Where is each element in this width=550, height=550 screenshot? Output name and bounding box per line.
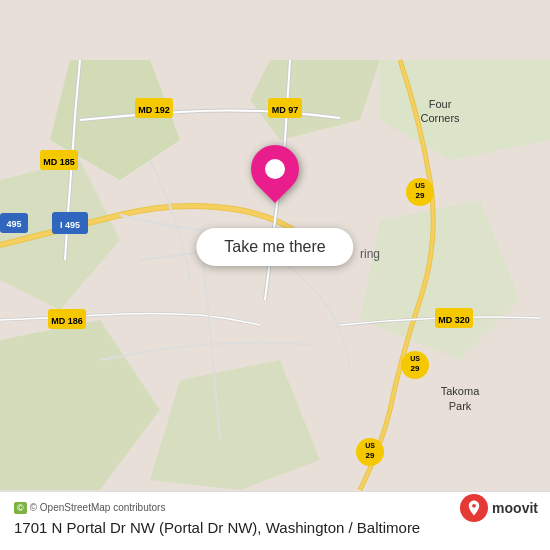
svg-text:Takoma: Takoma [441, 385, 480, 397]
svg-text:I 495: I 495 [60, 220, 80, 230]
map-background: I 495 495 MD 192 MD 185 MD 97 US 29 US 2… [0, 0, 550, 550]
svg-text:MD 186: MD 186 [51, 316, 83, 326]
address-text: 1701 N Portal Dr NW (Portal Dr NW), Wash… [14, 518, 536, 538]
svg-text:29: 29 [416, 191, 425, 200]
svg-text:495: 495 [6, 219, 21, 229]
svg-text:MD 97: MD 97 [272, 105, 299, 115]
moovit-logo: moovit [460, 494, 538, 522]
svg-text:Park: Park [449, 400, 472, 412]
moovit-text: moovit [492, 500, 538, 516]
map-container: I 495 495 MD 192 MD 185 MD 97 US 29 US 2… [0, 0, 550, 550]
svg-text:US: US [365, 442, 375, 449]
osm-credit: © © OpenStreetMap contributors [14, 502, 536, 514]
svg-text:Corners: Corners [420, 112, 460, 124]
svg-text:29: 29 [366, 451, 375, 460]
svg-text:MD 192: MD 192 [138, 105, 170, 115]
svg-text:ring: ring [360, 247, 380, 261]
svg-text:US: US [410, 355, 420, 362]
take-me-there-button[interactable]: Take me there [196, 228, 353, 266]
svg-text:MD 320: MD 320 [438, 315, 470, 325]
svg-text:29: 29 [411, 364, 420, 373]
moovit-icon [460, 494, 488, 522]
svg-text:Four: Four [429, 98, 452, 110]
svg-text:US: US [415, 182, 425, 189]
osm-credit-text: © OpenStreetMap contributors [30, 502, 166, 513]
svg-text:MD 185: MD 185 [43, 157, 75, 167]
location-pin [251, 145, 299, 193]
osm-logo: © [14, 502, 27, 514]
